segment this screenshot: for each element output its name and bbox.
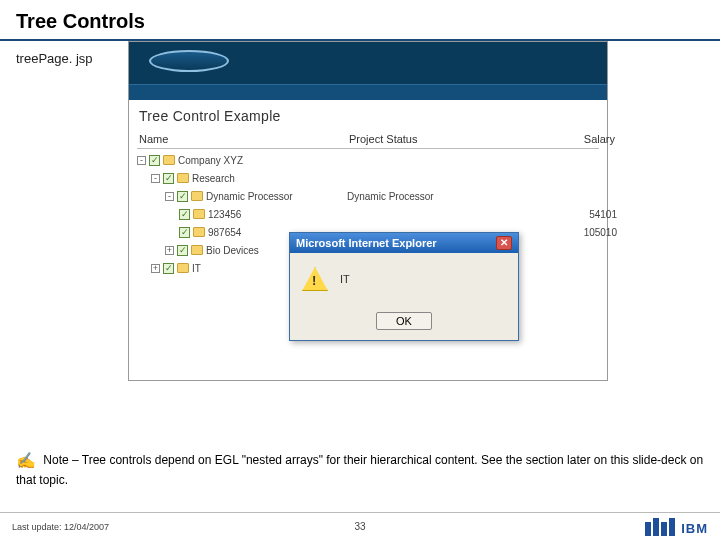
- col-name: Name: [137, 132, 347, 146]
- col-status: Project Status: [347, 132, 507, 146]
- node-label[interactable]: 123456: [208, 209, 241, 220]
- hand-icon: ✍: [16, 452, 36, 469]
- dialog-title: Microsoft Internet Explorer: [296, 237, 437, 249]
- collapse-icon[interactable]: -: [165, 192, 174, 201]
- dialog-message: IT: [340, 273, 350, 285]
- node-label[interactable]: Research: [192, 173, 235, 184]
- status-cell: Dynamic Processor: [347, 191, 507, 202]
- slide-footer: Last update: 12/04/2007 33 IBM: [0, 512, 720, 540]
- folder-icon: [193, 209, 205, 219]
- checkbox[interactable]: ✓: [149, 155, 160, 166]
- slide-title: Tree Controls: [0, 0, 720, 41]
- table-row: - ✓ Research: [137, 169, 599, 187]
- app-subheader: [129, 84, 607, 100]
- folder-icon: [177, 173, 189, 183]
- folder-icon: [191, 191, 203, 201]
- col-salary: Salary: [507, 132, 617, 146]
- folder-icon: [163, 155, 175, 165]
- collapse-icon[interactable]: -: [137, 156, 146, 165]
- checkbox[interactable]: ✓: [177, 191, 188, 202]
- app-logo-oval: [149, 50, 229, 72]
- ibm-logo: IBM: [645, 518, 708, 536]
- checkbox[interactable]: ✓: [179, 227, 190, 238]
- salary-cell: 54101: [507, 209, 617, 220]
- checkbox[interactable]: ✓: [163, 263, 174, 274]
- ibm-logo-text: IBM: [681, 521, 708, 536]
- content-area: treePage. jsp Tree Control Example Name …: [0, 41, 720, 80]
- last-update: Last update: 12/04/2007: [12, 522, 109, 532]
- app-screenshot: Tree Control Example Name Project Status…: [128, 41, 608, 381]
- column-headers: Name Project Status Salary: [137, 132, 599, 149]
- folder-icon: [193, 227, 205, 237]
- table-row: - ✓ Company XYZ: [137, 151, 599, 169]
- ok-button[interactable]: OK: [376, 312, 432, 330]
- page-number: 33: [354, 521, 365, 532]
- node-label[interactable]: IT: [192, 263, 201, 274]
- folder-icon: [191, 245, 203, 255]
- close-icon[interactable]: ✕: [496, 236, 512, 250]
- table-row: - ✓ Dynamic Processor Dynamic Processor: [137, 187, 599, 205]
- alert-dialog: Microsoft Internet Explorer ✕ IT OK: [289, 232, 519, 341]
- node-label[interactable]: Bio Devices: [206, 245, 259, 256]
- checkbox[interactable]: ✓: [179, 209, 190, 220]
- app-header: [129, 42, 607, 84]
- checkbox[interactable]: ✓: [163, 173, 174, 184]
- node-label[interactable]: Dynamic Processor: [206, 191, 293, 202]
- folder-icon: [177, 263, 189, 273]
- dialog-titlebar: Microsoft Internet Explorer ✕: [290, 233, 518, 253]
- speaker-note: ✍ Note – Tree controls depend on EGL "ne…: [16, 450, 704, 488]
- checkbox[interactable]: ✓: [177, 245, 188, 256]
- table-row: ✓ 123456 54101: [137, 205, 599, 223]
- dialog-body: IT: [290, 253, 518, 305]
- expand-icon[interactable]: +: [151, 264, 160, 273]
- note-text: Note – Tree controls depend on EGL "nest…: [16, 453, 703, 487]
- salary-cell: 105010: [507, 227, 617, 238]
- dialog-button-row: OK: [290, 305, 518, 340]
- node-label[interactable]: Company XYZ: [178, 155, 243, 166]
- warning-icon: [302, 267, 328, 291]
- node-label[interactable]: 987654: [208, 227, 241, 238]
- app-heading: Tree Control Example: [129, 100, 607, 132]
- collapse-icon[interactable]: -: [151, 174, 160, 183]
- expand-icon[interactable]: +: [165, 246, 174, 255]
